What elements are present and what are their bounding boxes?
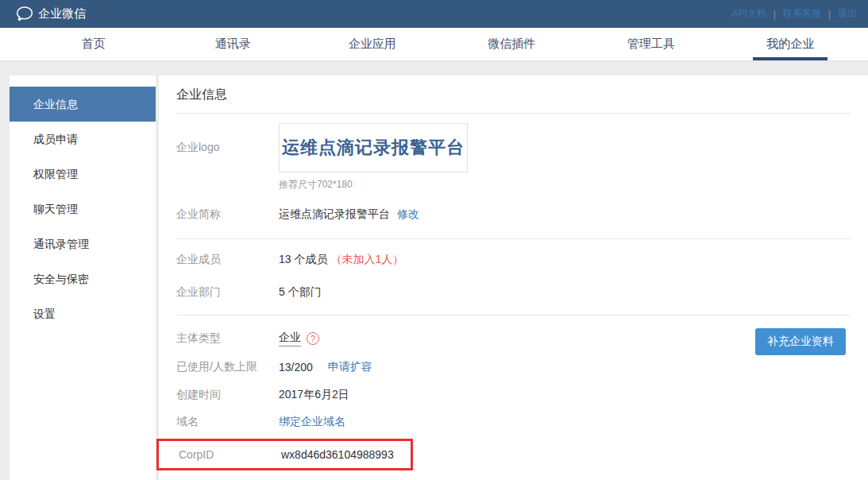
nav-item-home[interactable]: 首页 [24,28,164,60]
corp-id-value: wx8d46d36104988993 [281,448,394,461]
usage-value: 13/200 [279,361,313,374]
help-icon[interactable]: ? [307,332,319,345]
short-name-value: 运维点滴记录报警平台 [279,207,390,222]
edit-short-name-link[interactable]: 修改 [397,207,419,222]
nav-item-contacts[interactable]: 通讯录 [164,28,303,60]
usage-label: 已使用/人数上限 [176,360,279,374]
logo-size-hint: 推荐尺寸702*180 [279,178,851,192]
sidebar-item-member-applications[interactable]: 成员申请 [10,122,156,157]
sidebar-item-settings[interactable]: 设置 [10,296,156,331]
enterprise-info-panel: 企业信息 企业logo 运维点滴记录报警平台 推荐尺寸702*180 企业简称 … [159,75,868,480]
topbar-links: API文档 | 联系客服 | 退出 [731,7,857,21]
departments-count: 5 个部门 [279,285,322,300]
members-label: 企业成员 [176,253,279,267]
domain-label: 域名 [176,415,279,429]
topbar-link-logout[interactable]: 退出 [838,7,857,21]
entity-type-label: 主体类型 [176,331,279,346]
topbar-link-contact-support[interactable]: 联系客服 [783,7,821,21]
topbar-logo-label: 企业微信 [38,6,86,21]
chat-bubble-logo-icon [16,6,33,21]
sidebar-item-security-privacy[interactable]: 安全与保密 [10,261,156,296]
corp-id-row: CorpID wx8d46d36104988993 [179,448,411,461]
page-title: 企业信息 [176,75,851,114]
corp-id-highlight-box: CorpID wx8d46d36104988993 [156,439,413,470]
short-name-row: 企业简称 运维点滴记录报警平台 修改 [176,207,851,222]
sidebar-item-contacts-management[interactable]: 通讯录管理 [10,226,156,261]
domain-row: 域名 绑定企业域名 [176,415,851,429]
nav-item-enterprise-apps[interactable]: 企业应用 [303,28,442,60]
topbar-link-api-docs[interactable]: API文档 [731,7,766,21]
nav-item-wechat-plugins[interactable]: 微信插件 [442,28,582,60]
logo-label: 企业logo [176,141,279,155]
usage-row: 已使用/人数上限 13/200 申请扩容 [176,360,851,374]
logo-row: 企业logo 运维点滴记录报警平台 [176,123,851,172]
topbar-separator: | [828,9,831,20]
sidebar-item-chat-management[interactable]: 聊天管理 [10,192,156,226]
nav-item-admin-tools[interactable]: 管理工具 [581,28,721,60]
topbar: 企业微信 API文档 | 联系客服 | 退出 [0,0,868,28]
created-date-label: 创建时间 [176,388,279,402]
created-date-row: 创建时间 2017年6月2日 [176,388,851,402]
enterprise-logo-text: 运维点滴记录报警平台 [282,136,465,160]
sidebar-item-enterprise-info[interactable]: 企业信息 [10,87,156,122]
members-row: 企业成员 13 个成员 （未加入1人） [176,253,851,267]
bind-domain-link[interactable]: 绑定企业域名 [279,415,345,429]
primary-nav: 首页 通讯录 企业应用 微信插件 管理工具 我的企业 [0,28,868,61]
complete-enterprise-profile-button[interactable]: 补充企业资料 [755,328,846,355]
members-count: 13 个成员 [279,253,327,267]
entity-type-row: 主体类型 企业 ? [176,331,851,346]
section-divider [176,238,851,239]
entity-type-value: 企业 [279,331,301,346]
departments-row: 企业部门 5 个部门 [176,285,851,300]
short-name-label: 企业简称 [176,207,279,222]
topbar-separator: | [773,9,776,20]
corp-id-label: CorpID [179,448,281,461]
wework-logo[interactable]: 企业微信 [16,6,86,21]
nav-item-my-enterprise[interactable]: 我的企业 [721,28,861,60]
sidebar: 企业信息 成员申请 权限管理 聊天管理 通讯录管理 安全与保密 设置 [10,75,156,480]
members-not-joined-note: （未加入1人） [330,253,403,267]
departments-label: 企业部门 [176,285,279,300]
created-date-value: 2017年6月2日 [279,388,349,402]
request-expansion-link[interactable]: 申请扩容 [328,360,372,374]
section-divider [176,315,851,315]
enterprise-logo[interactable]: 运维点滴记录报警平台 [279,123,468,172]
sidebar-item-permission-management[interactable]: 权限管理 [10,157,156,192]
